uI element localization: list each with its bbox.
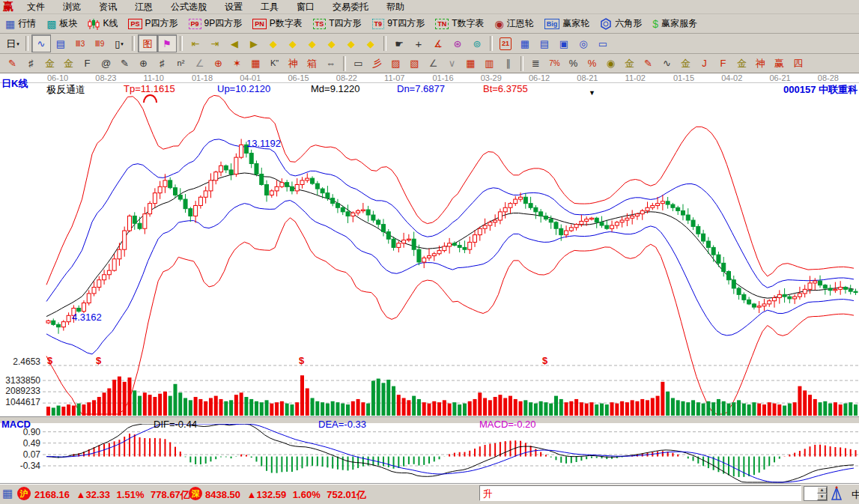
menu-item-formula-pick[interactable]: 公式选股 (162, 1, 216, 13)
bars-3-button[interactable]: Ⅲ3 (70, 34, 90, 52)
module-sectors[interactable]: ▩板块 (41, 16, 82, 32)
shanghai-index-text[interactable]: 2168.16 ▲32.33 1.51% 778.67亿 (34, 488, 190, 502)
gold-grid-2-button[interactable]: 金 (59, 55, 78, 73)
info-board-button[interactable]: ▤ (51, 34, 70, 52)
module-p-square[interactable]: PSP四方形 (123, 16, 183, 32)
rays-corner-button[interactable]: ▧ (405, 55, 424, 73)
rays-fan-button[interactable]: 彡 (368, 55, 386, 73)
gold-grid-1-button[interactable]: 金 (40, 55, 59, 73)
dropdown-caret-icon[interactable]: ▾ (16, 39, 19, 49)
diamond-expand-button[interactable]: ◆ (322, 34, 342, 52)
pencil-button[interactable]: ✎ (3, 55, 22, 73)
dropdown-caret-icon[interactable]: ▾ (121, 39, 124, 49)
percent-button[interactable]: % (564, 55, 583, 73)
hand-tool-button[interactable]: ☛ (389, 34, 409, 52)
gann-shape-tool-button[interactable]: ⊛ (448, 34, 467, 52)
diamond-center-button[interactable]: ◆ (342, 34, 361, 52)
k-quote-button[interactable]: K" (265, 55, 284, 73)
angle-tool-button[interactable]: ∡ (428, 34, 448, 52)
save-button[interactable]: ▣ (554, 34, 574, 52)
pencil-grid-button[interactable]: ✎ (115, 55, 134, 73)
percent-ruler-button[interactable]: 7% (545, 55, 564, 73)
j-angle-button[interactable]: J (695, 55, 714, 73)
span-arrows-button[interactable]: ⇔ (321, 55, 340, 73)
f-angle-button[interactable]: F (714, 55, 732, 73)
gann-grid-2-button[interactable]: ♯ (153, 55, 172, 73)
square-grid-button[interactable]: ▦ (246, 55, 265, 73)
calendar-button[interactable]: 21 (496, 34, 515, 52)
diamond-right-button[interactable]: ◆ (283, 34, 303, 52)
percent-line-button[interactable]: % (583, 55, 601, 73)
menu-item-tools[interactable]: 工具 (252, 1, 288, 13)
flag-mark-button[interactable]: ⚑ (157, 34, 177, 52)
value-spinner[interactable]: ▲ ▼ (804, 486, 828, 501)
rays-box-button[interactable]: ▨ (386, 55, 405, 73)
trend-lines-button[interactable]: ∠ (424, 55, 443, 73)
star-grid-button[interactable]: ✶ (228, 55, 246, 73)
candle-style-button[interactable]: ▯▾ (109, 34, 129, 52)
chart-area[interactable]: 06-1008-2311-1001-1804-0106-1508-2211-07… (0, 73, 859, 483)
bars-9-button[interactable]: Ⅲ9 (90, 34, 109, 52)
v-lines-button[interactable]: ∨ (443, 55, 461, 73)
parallel-lines-button[interactable]: ∥ (499, 55, 517, 73)
spinner-up-icon[interactable]: ▲ (817, 487, 827, 494)
diamond-all-button[interactable]: ◆ (361, 34, 380, 52)
stock-code-name[interactable]: 000157 中联重科 (753, 83, 858, 97)
wave-av-button[interactable]: ∿ (658, 55, 676, 73)
notes-button[interactable]: ▤ (535, 34, 554, 52)
box-tool-button[interactable]: ▭ (349, 55, 368, 73)
level-ruler-button[interactable]: ≣ (526, 55, 545, 73)
gold-circle-button[interactable]: ◉ (601, 55, 620, 73)
menu-item-settings[interactable]: 设置 (216, 1, 252, 13)
gold-three-button[interactable]: 金 (620, 55, 639, 73)
spiral-button[interactable]: @ (97, 55, 115, 73)
box-grid-button[interactable]: 箱 (303, 55, 321, 73)
win-angle-button[interactable]: 赢 (770, 55, 789, 73)
module-kline[interactable]: K线 (82, 16, 123, 32)
target-circle-button[interactable]: ⊕ (209, 55, 228, 73)
pane-divider[interactable] (0, 416, 859, 424)
shen-grid-button[interactable]: 神 (284, 55, 303, 73)
menu-item-file[interactable]: 文件 (18, 1, 54, 13)
module-9t-square[interactable]: T99T四方形 (367, 16, 431, 32)
calculator-button[interactable]: ▦ (515, 34, 535, 52)
dot-grid-1-button[interactable]: ▦ (461, 55, 480, 73)
module-t-square[interactable]: TST四方形 (308, 16, 367, 32)
menu-item-news[interactable]: 资讯 (90, 1, 126, 13)
period-day-button[interactable]: 日▾ (3, 34, 22, 52)
shen-angle-button[interactable]: 神 (751, 55, 770, 73)
module-gann-wheel[interactable]: ◉江恩轮 (489, 16, 538, 32)
module-p-table[interactable]: PNP数字表 (247, 16, 308, 32)
spinner-down-icon[interactable]: ▼ (817, 494, 827, 500)
goto-first-button[interactable]: ⇤ (186, 34, 205, 52)
menu-item-trade-order[interactable]: 交易委托 (324, 1, 377, 13)
module-t-table[interactable]: TNT数字表 (430, 16, 489, 32)
quote-table-icon[interactable]: ▦ (2, 487, 13, 500)
gann-grid-button[interactable]: ♯ (22, 55, 40, 73)
menu-item-browse[interactable]: 浏览 (54, 1, 90, 13)
diamond-compress-button[interactable]: ◆ (303, 34, 322, 52)
pen-flag-button[interactable]: ✎ (639, 55, 658, 73)
gold-underline-button[interactable]: 金 (676, 55, 695, 73)
module-winner-service[interactable]: $赢家服务 (647, 16, 702, 32)
f-grid-button[interactable]: F (78, 55, 97, 73)
figure-mode-button[interactable]: 图 (138, 34, 157, 52)
remote-pc-button[interactable]: ▭ (593, 34, 613, 52)
connection-tower-icon[interactable] (830, 486, 843, 501)
period-label[interactable]: 日K线 (1, 77, 28, 91)
n2-grid-button[interactable]: n² (172, 55, 190, 73)
save-web-button[interactable]: ◎ (574, 34, 593, 52)
shenzhen-index-text[interactable]: 8438.50 ▲132.59 1.60% 752.01亿 (205, 488, 366, 502)
module-quotes[interactable]: ▦行情 (0, 16, 41, 32)
step-next-button[interactable]: ▶ (244, 34, 264, 52)
module-winner-wheel[interactable]: Big赢家轮 (539, 16, 595, 32)
dot-grid-2-button[interactable]: ▥ (480, 55, 499, 73)
angle-ruler-button[interactable]: ∠ (190, 55, 209, 73)
menu-item-gann[interactable]: 江恩 (126, 1, 162, 13)
menu-item-window[interactable]: 窗口 (288, 1, 324, 13)
crosshair-tool-button[interactable]: + (409, 34, 428, 52)
gold-angle-button[interactable]: 金 (732, 55, 751, 73)
wave-tool-button[interactable]: ⊚ (467, 34, 487, 52)
four-angle-button[interactable]: 四 (789, 55, 807, 73)
step-prev-button[interactable]: ◀ (225, 34, 244, 52)
